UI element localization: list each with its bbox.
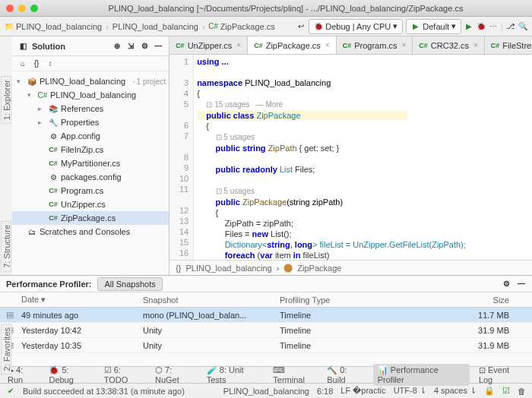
- tree-item[interactable]: C#Program.cs: [12, 184, 169, 197]
- editor-tab[interactable]: C#CRC32.cs×: [413, 36, 484, 54]
- profiler-columns[interactable]: Date ▾ Snapshot Profiling Type Size: [0, 292, 532, 308]
- solution-tree: ▾📦PLINQ_load_balancing · 1 project ▾C#PL…: [12, 71, 169, 242]
- explorer-tool[interactable]: 1: Explorer: [1, 76, 11, 124]
- profiler-gear-icon[interactable]: ⚙: [502, 280, 511, 289]
- tree-item[interactable]: C#UnZipper.cs: [12, 197, 169, 211]
- tool-window-button[interactable]: ⌨ Terminal: [270, 365, 321, 384]
- target-icon[interactable]: ⊕: [112, 42, 122, 51]
- tool-window-button[interactable]: 🔨 0: Build: [324, 365, 369, 384]
- gear-icon[interactable]: ⚙: [140, 42, 149, 51]
- minimize-window-button[interactable]: [18, 5, 26, 12]
- editor-tab[interactable]: C#FileStream.cs×: [485, 36, 532, 54]
- folder-icon: 📁: [5, 22, 14, 31]
- check-icon[interactable]: ☑: [502, 386, 510, 396]
- editor-tabs: C#UnZipper.cs×C#ZipPackage.cs×C#Program.…: [169, 36, 532, 55]
- profiler-title: Performance Profiler:: [6, 280, 91, 289]
- tree-item[interactable]: C#ZipPackage.cs: [12, 211, 169, 225]
- scratches-node[interactable]: 🗂Scratches and Consoles: [12, 225, 169, 238]
- profiler-hide-icon[interactable]: —: [517, 280, 526, 289]
- debug-button[interactable]: 🐞: [477, 22, 486, 31]
- left-tool-strip: 1: Explorer 7: Structure 2: Favorites: [0, 73, 12, 378]
- solution-toolbar: ⌂ {} ↕: [12, 56, 169, 71]
- tool-window-button[interactable]: 🐞 5: Debug: [46, 365, 97, 384]
- favorites-tool[interactable]: 2: Favorites: [1, 324, 11, 374]
- editor-tab[interactable]: C#UnZipper.cs×: [169, 36, 248, 54]
- close-tab-icon[interactable]: ×: [325, 41, 330, 49]
- profiler-row[interactable]: ▤49 minutes agomono (PLINQ_load_balan...…: [0, 308, 532, 323]
- sort-icon[interactable]: ↕: [46, 59, 55, 68]
- config-dropdown[interactable]: 🐞Debug | Any CPU▾: [309, 19, 403, 34]
- close-window-button[interactable]: [6, 5, 14, 12]
- tree-item[interactable]: ▸🔧Properties: [12, 115, 169, 129]
- run-button[interactable]: ▶: [464, 22, 473, 31]
- editor-tab[interactable]: C#ZipPackage.cs×: [248, 36, 337, 54]
- hide-icon[interactable]: —: [154, 42, 163, 51]
- more-toolbar-icon[interactable]: ⋯: [489, 22, 498, 31]
- collapse-icon[interactable]: ⇲: [126, 42, 135, 51]
- close-tab-icon[interactable]: ×: [236, 41, 241, 49]
- profiler-row[interactable]: ▤Yesterday 10:42UnityTimeline31.9 MB: [0, 323, 532, 338]
- close-tab-icon[interactable]: ×: [401, 41, 406, 49]
- close-tab-icon[interactable]: ×: [473, 41, 478, 49]
- breadcrumb[interactable]: 📁 PLINQ_load_balancing› PLINQ_load_balan…: [5, 22, 293, 31]
- snapshots-tab[interactable]: All Snapshots: [97, 277, 162, 291]
- tree-item[interactable]: ⚙App.config: [12, 129, 169, 143]
- tool-window-button[interactable]: 🧪 8: Unit Tests: [204, 365, 268, 384]
- nav-back-icon[interactable]: ↩: [296, 22, 306, 31]
- git-icon[interactable]: ⎇: [506, 22, 515, 31]
- tool-window-button[interactable]: ☑ 6: TODO: [101, 365, 149, 384]
- project-node[interactable]: ▾C#PLINQ_load_balancing: [12, 88, 169, 102]
- status-ok-icon: ✔: [6, 387, 15, 396]
- tree-item[interactable]: C#FileInZip.cs: [12, 143, 169, 156]
- csharp-icon: C#: [209, 22, 218, 31]
- titlebar: PLINQ_load_balancing [~/Documents/Projec…: [0, 0, 532, 17]
- solution-icon: ◧: [18, 42, 27, 51]
- window-title: PLINQ_load_balancing [~/Documents/Projec…: [46, 4, 526, 13]
- editor-breadcrumb[interactable]: {}PLINQ_load_balancing›⬤ZipPackage: [169, 260, 532, 275]
- editor-tab[interactable]: C#Program.cs×: [337, 36, 413, 54]
- home-icon[interactable]: ⌂: [18, 59, 27, 68]
- main-toolbar: 📁 PLINQ_load_balancing› PLINQ_load_balan…: [0, 17, 532, 36]
- gutter: 134567891011121314151617181920: [169, 55, 194, 260]
- solution-panel-header: ◧ Solution ⊕ ⇲ ⚙ —: [12, 36, 169, 56]
- tree-item[interactable]: C#MyPartitioner.cs: [12, 156, 169, 170]
- target-dropdown[interactable]: ▶Default▾: [406, 19, 461, 34]
- lock-icon[interactable]: 🔒: [484, 386, 495, 396]
- brackets-icon[interactable]: {}: [32, 59, 41, 68]
- structure-tool[interactable]: 7: Structure: [1, 221, 11, 272]
- tree-item[interactable]: ⚙packages.config: [12, 170, 169, 184]
- zoom-window-button[interactable]: [30, 5, 38, 12]
- status-message: Build succeeded at 13:38:31 (a minute ag…: [23, 387, 185, 396]
- search-icon[interactable]: 🔍: [518, 22, 527, 31]
- tool-window-button[interactable]: ⬡ 7: NuGet: [152, 365, 201, 384]
- solution-root[interactable]: ▾📦PLINQ_load_balancing · 1 project: [12, 74, 169, 88]
- trash-icon[interactable]: 🗑: [518, 387, 526, 396]
- code-editor[interactable]: using ... namespace PLINQ_load_balancing…: [194, 55, 532, 260]
- bottom-toolstrip: ▶ 4: Run🐞 5: Debug☑ 6: TODO⬡ 7: NuGet🧪 8…: [0, 366, 532, 383]
- tree-item[interactable]: ▸📚References: [12, 102, 169, 115]
- event-log-button[interactable]: ⊡ Event Log: [476, 365, 527, 384]
- profiler-row[interactable]: ▤Yesterday 10:35UnityTimeline31.9 MB: [0, 338, 532, 353]
- profiler-tool-button[interactable]: 📊 Performance Profiler: [373, 364, 470, 386]
- profiler-panel: Performance Profiler: All Snapshots ⚙ — …: [0, 275, 532, 366]
